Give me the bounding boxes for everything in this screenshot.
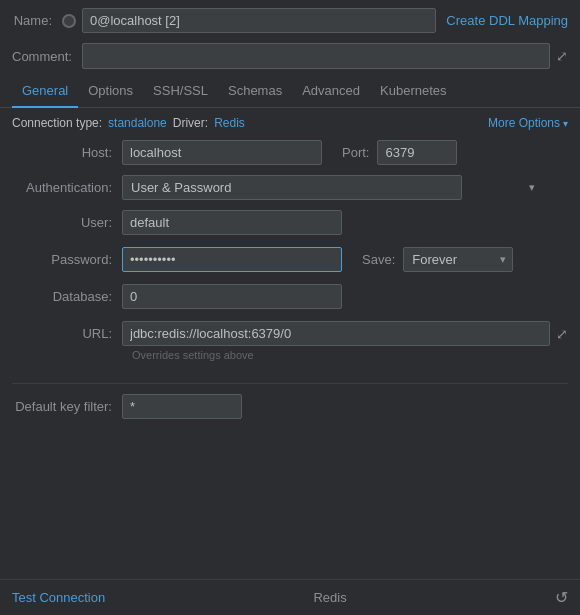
name-input[interactable] <box>82 8 436 33</box>
password-label: Password: <box>12 252 122 267</box>
url-input[interactable] <box>122 321 550 346</box>
conn-type-value[interactable]: standalone <box>108 116 167 130</box>
more-options-chevron-icon: ▾ <box>563 118 568 129</box>
tab-advanced[interactable]: Advanced <box>292 75 370 108</box>
more-options-button[interactable]: More Options ▾ <box>488 116 568 130</box>
test-connection-button[interactable]: Test Connection <box>12 590 105 605</box>
driver-value[interactable]: Redis <box>214 116 245 130</box>
url-label: URL: <box>12 326 122 341</box>
bottom-bar: Test Connection Redis ↺ <box>0 579 580 615</box>
auth-row: Authentication: User & Password Password… <box>0 171 580 204</box>
user-label: User: <box>12 215 122 230</box>
tab-general[interactable]: General <box>12 75 78 108</box>
auth-chevron-icon: ▾ <box>529 181 535 194</box>
tab-kubernetes[interactable]: Kubernetes <box>370 75 457 108</box>
port-label: Port: <box>342 145 369 160</box>
comment-input[interactable] <box>82 43 550 69</box>
user-input[interactable] <box>122 210 342 235</box>
port-input[interactable] <box>377 140 457 165</box>
auth-select-wrap: User & Password Password None ACL ▾ <box>122 175 542 200</box>
url-row: URL: ⤢ <box>12 321 568 346</box>
comment-expand-icon[interactable]: ⤢ <box>556 48 568 64</box>
tab-ssh-ssl[interactable]: SSH/SSL <box>143 75 218 108</box>
host-input[interactable] <box>122 140 322 165</box>
conn-type-left: Connection type: standalone Driver: Redi… <box>12 116 245 130</box>
tab-options[interactable]: Options <box>78 75 143 108</box>
database-row: Database: <box>0 278 580 315</box>
database-label: Database: <box>12 289 122 304</box>
save-label: Save: <box>362 252 395 267</box>
url-section: URL: ⤢ Overrides settings above <box>0 315 580 367</box>
refresh-icon[interactable]: ↺ <box>555 588 568 607</box>
host-label: Host: <box>12 145 122 160</box>
user-row: User: <box>0 204 580 241</box>
create-ddl-link[interactable]: Create DDL Mapping <box>446 13 568 28</box>
url-expand-icon[interactable]: ⤢ <box>556 326 568 342</box>
save-select[interactable]: Forever Until restart Never <box>403 247 513 272</box>
filter-divider <box>12 383 568 384</box>
bottom-driver-label: Redis <box>313 590 346 605</box>
driver-label: Driver: <box>173 116 208 130</box>
password-input[interactable] <box>122 247 342 272</box>
conn-type-label: Connection type: <box>12 116 102 130</box>
host-row: Host: Port: <box>0 134 580 171</box>
name-radio[interactable] <box>62 14 76 28</box>
save-select-wrap: Forever Until restart Never ▾ <box>403 247 513 272</box>
name-label: Name: <box>12 13 62 28</box>
tab-bar: General Options SSH/SSL Schemas Advanced… <box>0 75 580 108</box>
more-options-label: More Options <box>488 116 560 130</box>
connection-type-row: Connection type: standalone Driver: Redi… <box>0 108 580 134</box>
password-row: Password: Save: Forever Until restart Ne… <box>0 241 580 278</box>
filter-section: Default key filter: <box>0 383 580 419</box>
filter-input[interactable] <box>122 394 242 419</box>
tab-schemas[interactable]: Schemas <box>218 75 292 108</box>
name-row: Name: Create DDL Mapping <box>0 0 580 39</box>
database-input[interactable] <box>122 284 342 309</box>
comment-row: Comment: ⤢ <box>0 39 580 75</box>
auth-select[interactable]: User & Password Password None ACL <box>122 175 462 200</box>
url-note: Overrides settings above <box>132 349 568 361</box>
filter-row: Default key filter: <box>12 394 568 419</box>
filter-label: Default key filter: <box>12 399 122 414</box>
comment-label: Comment: <box>12 49 82 64</box>
auth-label: Authentication: <box>12 180 122 195</box>
